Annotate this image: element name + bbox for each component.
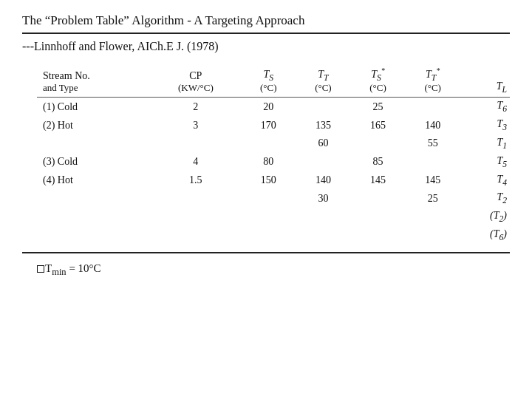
cell-ts-star-2: 165 xyxy=(350,116,405,134)
cell-tt-2: 135 xyxy=(296,116,350,134)
cell-ts-1: 20 xyxy=(241,98,296,116)
table-row: (T6) xyxy=(37,226,510,245)
cell-tt-4: 140 xyxy=(296,171,350,190)
col-header-ts: TS(°C) xyxy=(241,65,296,98)
cell-cp-1: 2 xyxy=(150,98,241,116)
cell-tl-3: T5 xyxy=(460,153,510,171)
table-row: (1) Cold 2 20 25 T6 xyxy=(37,98,510,116)
cell-paren1-ts-star xyxy=(350,208,405,226)
footnote: Tmin = 10°C xyxy=(22,262,510,278)
cell-tt-star-4: 145 xyxy=(406,171,460,190)
cell-cp-3: 4 xyxy=(150,153,241,171)
cell-cp-sub2 xyxy=(150,189,241,208)
cell-stream-1: (1) Cold xyxy=(37,98,150,116)
cell-tt-star-2: 140 xyxy=(406,116,460,134)
cell-paren1-ts xyxy=(241,208,296,226)
cell-stream-3: (3) Cold xyxy=(37,153,150,171)
cell-paren1-cp xyxy=(150,208,241,226)
cell-ts-star-sub2 xyxy=(350,189,405,208)
cell-tt-star-1 xyxy=(406,98,460,116)
col-header-ts-sub: (°C) xyxy=(247,82,290,94)
table-row: (4) Hot 1.5 150 140 145 145 T4 xyxy=(37,171,510,190)
cell-ts-sub1 xyxy=(241,134,296,153)
col-header-tt-star: TT*(°C) xyxy=(406,65,460,98)
bottom-divider xyxy=(22,252,510,253)
cell-paren2-tl: (T6) xyxy=(460,226,510,245)
cell-ts-3: 80 xyxy=(241,153,296,171)
cell-paren2-ts xyxy=(241,226,296,245)
col-header-stream: Stream No.and Type xyxy=(37,65,150,98)
page-title: The “Problem Table” Algorithm - A Target… xyxy=(22,13,510,28)
cell-paren2-ts-star xyxy=(350,226,405,245)
col-header-stream-sub: and Type xyxy=(43,82,144,94)
cell-tt-sub2: 30 xyxy=(296,189,350,208)
col-header-tt: TT(°C) xyxy=(296,65,350,98)
cell-stream-sub2 xyxy=(37,189,150,208)
cell-ts-star-3: 85 xyxy=(350,153,405,171)
cell-stream-2: (2) Hot xyxy=(37,116,150,134)
cell-paren1-tt xyxy=(296,208,350,226)
cell-paren1-tt-star xyxy=(406,208,460,226)
table-row: (T2) xyxy=(37,208,510,226)
cell-tl-2: T3 xyxy=(460,116,510,134)
cell-tl-1: T6 xyxy=(460,98,510,116)
cell-paren1-stream xyxy=(37,208,150,226)
cell-paren2-cp xyxy=(150,226,241,245)
cell-tt-3 xyxy=(296,153,350,171)
table-row: (2) Hot 3 170 135 165 140 T3 xyxy=(37,116,510,134)
cell-paren2-stream xyxy=(37,226,150,245)
cell-ts-star-sub1 xyxy=(350,134,405,153)
cell-paren2-tt-star xyxy=(406,226,460,245)
table-row: (3) Cold 4 80 85 T5 xyxy=(37,153,510,171)
cell-cp-4: 1.5 xyxy=(150,171,241,190)
cell-tt-star-sub1: 55 xyxy=(406,134,460,153)
cell-paren2-tt xyxy=(296,226,350,245)
cell-ts-star-4: 145 xyxy=(350,171,405,190)
table-row: 60 55 T1 xyxy=(37,134,510,153)
subtitle: ---Linnhoff and Flower, AICh.E J. (1978) xyxy=(22,40,510,53)
cell-ts-4: 150 xyxy=(241,171,296,190)
col-header-tt-star-sub: (°C) xyxy=(412,82,454,94)
col-header-cp: CP(KW/°C) xyxy=(150,65,241,98)
cell-tt-sub1: 60 xyxy=(296,134,350,153)
cell-cp-sub1 xyxy=(150,134,241,153)
col-header-ts-star: TS*(°C) xyxy=(350,65,405,98)
cell-tl-sub2: T2 xyxy=(460,189,510,208)
cell-tl-4: T4 xyxy=(460,171,510,190)
cell-stream-4: (4) Hot xyxy=(37,171,150,190)
cell-stream-sub1 xyxy=(37,134,150,153)
table-section: Stream No.and Type CP(KW/°C) TS(°C) TT(°… xyxy=(22,65,510,245)
cell-ts-star-1: 25 xyxy=(350,98,405,116)
col-header-cp-sub: (KW/°C) xyxy=(156,82,235,94)
cell-tt-1 xyxy=(296,98,350,116)
cell-tt-star-sub2: 25 xyxy=(406,189,460,208)
col-header-tl: TL xyxy=(460,65,510,98)
cell-tl-sub1: T1 xyxy=(460,134,510,153)
problem-table: Stream No.and Type CP(KW/°C) TS(°C) TT(°… xyxy=(37,65,510,245)
col-header-ts-star-sub: (°C) xyxy=(356,82,399,94)
top-divider xyxy=(22,33,510,34)
table-header-row: Stream No.and Type CP(KW/°C) TS(°C) TT(°… xyxy=(37,65,510,98)
cell-ts-2: 170 xyxy=(241,116,296,134)
cell-tt-star-3 xyxy=(406,153,460,171)
cell-cp-2: 3 xyxy=(150,116,241,134)
table-row: 30 25 T2 xyxy=(37,189,510,208)
cell-ts-sub2 xyxy=(241,189,296,208)
col-header-tt-sub: (°C) xyxy=(301,82,344,94)
cell-paren1-tl: (T2) xyxy=(460,208,510,226)
square-icon xyxy=(37,265,44,273)
